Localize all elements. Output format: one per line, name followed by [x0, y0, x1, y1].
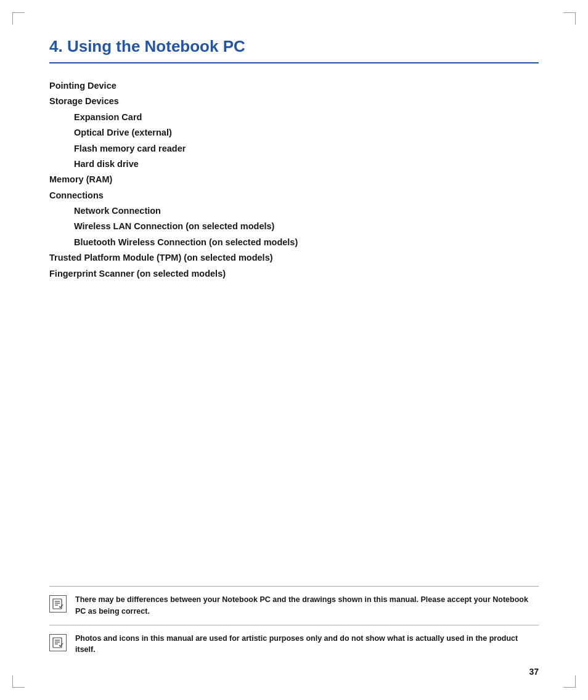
note-icon-2	[49, 634, 67, 651]
toc-list: Pointing DeviceStorage DevicesExpansion …	[49, 78, 539, 282]
toc-item: Flash memory card reader	[49, 141, 539, 157]
toc-item: Trusted Platform Module (TPM) (on select…	[49, 250, 539, 266]
toc-item: Bluetooth Wireless Connection (on select…	[49, 235, 539, 250]
toc-item: Memory (RAM)	[49, 172, 539, 187]
note-box-2: Photos and icons in this manual are used…	[49, 625, 539, 664]
note-text-1: There may be differences between your No…	[75, 594, 539, 617]
footer-section: There may be differences between your No…	[49, 586, 539, 663]
toc-item: Connections	[49, 188, 539, 203]
toc-item: Pointing Device	[49, 78, 539, 94]
page-number: 37	[529, 667, 539, 677]
toc-item: Fingerprint Scanner (on selected models)	[49, 266, 539, 282]
page-title: 4. Using the Notebook PC	[49, 37, 539, 56]
toc-item: Storage Devices	[49, 94, 539, 109]
note-icon-1	[49, 595, 67, 612]
toc-item: Wireless LAN Connection (on selected mod…	[49, 219, 539, 234]
corner-mark-bl	[12, 675, 25, 688]
page-container: 4. Using the Notebook PC Pointing Device…	[0, 0, 588, 700]
toc-item: Expansion Card	[49, 110, 539, 125]
note-box-1: There may be differences between your No…	[49, 587, 539, 625]
title-underline	[49, 62, 539, 63]
toc-item: Network Connection	[49, 203, 539, 219]
corner-mark-tl	[12, 12, 25, 25]
corner-mark-br	[563, 675, 576, 688]
toc-item: Hard disk drive	[49, 157, 539, 172]
note-text-2: Photos and icons in this manual are used…	[75, 633, 539, 656]
corner-mark-tr	[563, 12, 576, 25]
toc-item: Optical Drive (external)	[49, 125, 539, 140]
